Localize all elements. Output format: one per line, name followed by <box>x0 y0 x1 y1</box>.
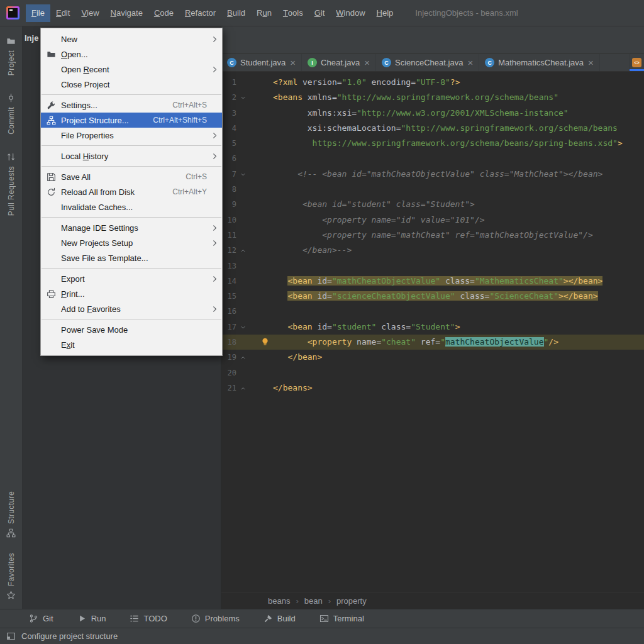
code-line-5[interactable]: 5 https://www.springframework.org/schema… <box>221 136 644 151</box>
code-line-4[interactable]: 4 xsi:schemaLocation="http://www.springf… <box>221 121 644 136</box>
menu-item-open-recent[interactable]: Open Recent <box>41 62 222 77</box>
menu-item-file-properties[interactable]: File Properties <box>41 128 222 143</box>
toolwindow-toggle-icon[interactable] <box>6 631 16 641</box>
git-branch-icon <box>29 614 38 623</box>
toolwindow-button-label: Favorites <box>7 553 16 586</box>
menubar-item-tools[interactable]: Tools <box>277 4 309 22</box>
menu-item-save-file-as-template[interactable]: Save File as Template... <box>41 250 222 265</box>
fold-down-icon[interactable] <box>238 90 248 105</box>
menu-item-invalidate-caches[interactable]: Invalidate Caches... <box>41 199 222 214</box>
menu-item-settings[interactable]: Settings...Ctrl+Alt+S <box>41 97 222 113</box>
code-line-7[interactable]: 7 <!-- <bean id="mathCheatObjectValue" c… <box>221 167 644 182</box>
breadcrumb-property[interactable]: property <box>336 596 367 606</box>
menubar-item-git[interactable]: Git <box>309 4 331 22</box>
code-line-16[interactable]: 16 <box>221 304 644 319</box>
code-editor[interactable]: 1<?xml version="1.0" encoding="UTF-8"?>2… <box>221 72 644 592</box>
code-line-2[interactable]: 2<beans xmlns="http://www.springframewor… <box>221 90 644 105</box>
code-line-3[interactable]: 3 xmlns:xsi="http://www.w3.org/2001/XMLS… <box>221 106 644 121</box>
toolbar-button-terminal[interactable]: Terminal <box>319 614 364 623</box>
code-line-21[interactable]: 21</beans> <box>221 380 644 396</box>
menu-item-close-project[interactable]: Close Project <box>41 77 222 92</box>
editor-tab-mathematicscheat-java[interactable]: CMathematicsCheat.java× <box>479 54 600 71</box>
toolbar-button-label: TODO <box>143 614 167 623</box>
close-tab-icon[interactable]: × <box>290 58 296 67</box>
code-line-1[interactable]: 1<?xml version="1.0" encoding="UTF-8"?> <box>221 75 644 90</box>
intention-bulb-icon[interactable] <box>260 337 270 347</box>
menu-item-new-projects-setup[interactable]: New Projects Setup <box>41 235 222 250</box>
menubar-item-help[interactable]: Help <box>371 4 399 22</box>
menu-item-local-history[interactable]: Local History <box>41 148 222 164</box>
code-line-10[interactable]: 10 <property name="id" value="101"/> <box>221 213 644 228</box>
code-line-19[interactable]: 19 </bean> <box>221 350 644 365</box>
code-line-18[interactable]: 18 <property name="cheat" ref="mathCheat… <box>221 335 644 350</box>
editor-tab-student-java[interactable]: CStudent.java× <box>221 54 302 71</box>
menu-item-print[interactable]: Print... <box>41 286 222 301</box>
fold-up-icon[interactable] <box>238 380 248 396</box>
menu-item-manage-ide-settings[interactable]: Manage IDE Settings <box>41 220 222 235</box>
menu-item-new[interactable]: New <box>41 31 222 47</box>
toolwindow-button-commit[interactable]: Commit <box>6 93 16 135</box>
fold-up-icon[interactable] <box>238 243 248 258</box>
tab-title: Cheat.java <box>321 58 360 67</box>
submenu-arrow-icon <box>211 35 219 43</box>
menu-separator <box>42 319 221 319</box>
toolbar-button-run[interactable]: Run <box>77 614 106 623</box>
toolwindow-button-pull-requests[interactable]: Pull Requests <box>6 152 16 216</box>
intellij-logo-icon <box>6 6 19 19</box>
code-line-15[interactable]: 15 <bean id="scienceCheatObjectValue" cl… <box>221 289 644 304</box>
menubar-item-refactor[interactable]: Refactor <box>179 4 221 22</box>
toolbar-button-git[interactable]: Git <box>29 614 53 623</box>
submenu-arrow-icon <box>211 224 219 232</box>
menu-item-exit[interactable]: Exit <box>41 337 222 352</box>
menu-item-power-save-mode[interactable]: Power Save Mode <box>41 322 222 337</box>
toolbar-button-problems[interactable]: Problems <box>191 614 240 623</box>
breadcrumb-bean[interactable]: bean <box>304 596 323 606</box>
menu-item-open[interactable]: Open... <box>41 47 222 62</box>
toolbar-button-build[interactable]: Build <box>264 614 296 623</box>
toolwindow-button-label: Pull Requests <box>7 166 16 216</box>
code-line-11[interactable]: 11 <property name="mathCheat" ref="mathC… <box>221 228 644 243</box>
menu-separator <box>42 166 221 167</box>
breadcrumb-beans[interactable]: beans <box>268 596 290 606</box>
toolwindow-button-project[interactable]: Project <box>6 36 16 75</box>
menu-item-project-structure[interactable]: Project Structure...Ctrl+Alt+Shift+S <box>41 113 222 128</box>
menu-item-add-to-favorites[interactable]: Add to Favorites <box>41 301 222 316</box>
code-line-17[interactable]: 17 <bean id="student" class="Student"> <box>221 319 644 335</box>
menu-item-save-all[interactable]: Save AllCtrl+S <box>41 169 222 184</box>
menubar-item-navigate[interactable]: Navigate <box>105 4 148 22</box>
close-tab-icon[interactable]: × <box>467 58 473 67</box>
editor-tab-sciencecheat-java[interactable]: CScienceCheat.java× <box>376 54 479 71</box>
code-text: https://www.springframework.org/schema/b… <box>273 138 623 148</box>
menu-item-export[interactable]: Export <box>41 271 222 286</box>
menubar-item-code[interactable]: Code <box>148 4 179 22</box>
code-line-14[interactable]: 14 <bean id="mathCheatObjectValue" class… <box>221 274 644 289</box>
close-tab-icon[interactable]: × <box>588 58 594 67</box>
code-text: <!-- <bean id="mathCheatObjectValue" cla… <box>273 169 602 179</box>
menubar-item-file[interactable]: File <box>26 4 50 22</box>
toolwindow-button-favorites[interactable]: Favorites <box>6 553 16 600</box>
menubar-item-window[interactable]: Window <box>330 4 370 22</box>
menubar-item-run[interactable]: Run <box>251 4 277 22</box>
interface-file-icon: I <box>308 58 317 67</box>
fold-up-icon[interactable] <box>238 350 248 365</box>
toolbar-button-todo[interactable]: TODO <box>130 614 167 623</box>
code-line-9[interactable]: 9 <bean id="student" class="Student"> <box>221 197 644 212</box>
fold-down-icon[interactable] <box>238 319 248 335</box>
menu-item-reload-all-from-disk[interactable]: Reload All from DiskCtrl+Alt+Y <box>41 184 222 199</box>
code-line-20[interactable]: 20 <box>221 365 644 380</box>
code-line-13[interactable]: 13 <box>221 258 644 274</box>
fold-down-icon[interactable] <box>238 167 248 182</box>
menubar-item-view[interactable]: View <box>75 4 104 22</box>
editor-tab-cheat-java[interactable]: ICheat.java× <box>302 54 376 71</box>
menubar-item-build[interactable]: Build <box>221 4 251 22</box>
menu-item-label: Save File as Template... <box>61 253 148 263</box>
toolwindow-button-structure[interactable]: Structure <box>6 491 16 538</box>
editor-tab-partial[interactable]: <> <box>629 54 644 71</box>
close-tab-icon[interactable]: × <box>364 58 370 67</box>
code-line-12[interactable]: 12 </bean>--> <box>221 243 644 258</box>
code-line-8[interactable]: 8 <box>221 182 644 197</box>
menubar-item-edit[interactable]: Edit <box>50 4 75 22</box>
code-text: </beans> <box>273 383 313 392</box>
code-line-6[interactable]: 6 <box>221 151 644 166</box>
blank-icon <box>211 341 219 349</box>
